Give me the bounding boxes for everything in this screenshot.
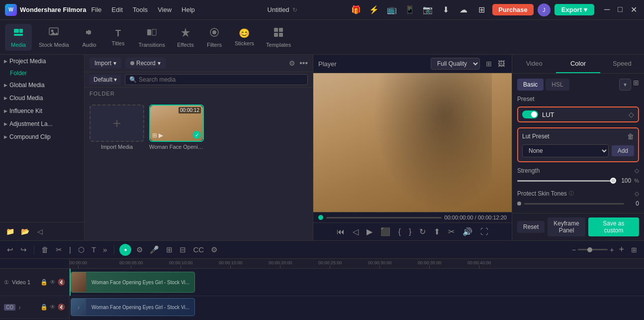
volume-icon[interactable]: 🔊	[460, 225, 475, 238]
audio-clip[interactable]: ♪ Woman Face Opening Eyes Girl - Stock V…	[71, 298, 195, 316]
tl-redo-icon[interactable]: ↪	[18, 244, 29, 255]
import-button[interactable]: Import ▾	[90, 58, 121, 69]
quality-select[interactable]: Full Quality	[431, 58, 480, 70]
import-media-placeholder[interactable]: +	[90, 105, 144, 142]
lut-preset-trash-icon[interactable]: 🗑	[627, 132, 634, 140]
audio-track-eye-icon[interactable]: 👁	[50, 304, 56, 311]
track-lock-icon[interactable]: 🔒	[40, 279, 48, 286]
toolbar-item-media[interactable]: Media	[5, 24, 32, 51]
toolbar-item-stock-media[interactable]: Stock Media	[34, 24, 74, 51]
keyframe-panel-button[interactable]: Keyframe Panel	[548, 217, 585, 236]
export-button[interactable]: Export ▾	[554, 4, 594, 15]
scrubber-track[interactable]	[326, 217, 442, 218]
tl-undo-icon[interactable]: ↩	[5, 244, 15, 255]
tl-filter-icon[interactable]: ⚙	[209, 244, 219, 255]
strength-handle[interactable]	[610, 178, 616, 184]
reset-button[interactable]: Reset	[517, 221, 545, 233]
media-thumbnail[interactable]: 00:00:12 ⊞ ▶ ✓	[149, 105, 204, 142]
color-dropdown[interactable]: ▾	[619, 79, 631, 91]
list-item[interactable]: 00:00:12 ⊞ ▶ ✓ Woman Face Opening...	[149, 105, 204, 235]
toolbar-item-audio[interactable]: Audio	[76, 24, 103, 51]
snapshot-icon[interactable]: 🖼	[496, 59, 507, 69]
new-folder-icon[interactable]: 📂	[19, 225, 31, 237]
sidebar-item-compound-clip[interactable]: ▶ Compound Clip	[0, 130, 84, 143]
frame-back-icon[interactable]: ◁	[350, 225, 361, 238]
menu-tools[interactable]: Tools	[133, 6, 148, 13]
lut-preset-select[interactable]: None	[522, 144, 609, 157]
sidebar-item-global-media[interactable]: ▶ Global Media	[0, 79, 84, 92]
fullscreen-icon[interactable]: ⛶	[478, 226, 491, 238]
list-item[interactable]: + Import Media	[90, 105, 144, 235]
tl-more-icon[interactable]: »	[101, 244, 109, 255]
crop-icon[interactable]: ✂	[446, 225, 457, 238]
tl-detach-icon[interactable]: ⊟	[178, 244, 188, 255]
sidebar-item-adjustment-la[interactable]: ▶ Adjustment La...	[0, 117, 84, 130]
tl-zoom-out-icon[interactable]: −	[572, 246, 576, 254]
video-clip[interactable]: Woman Face Opening Eyes Girl - Stock Vi.…	[71, 272, 195, 293]
purchase-button[interactable]: Purchase	[492, 4, 534, 15]
record-button[interactable]: Record ▾	[125, 58, 166, 69]
tl-zoom-in-icon[interactable]: +	[610, 246, 614, 254]
strength-diamond-icon[interactable]: ◇	[635, 167, 639, 174]
protect-slider[interactable]	[524, 203, 624, 205]
tl-crop-icon[interactable]: ⬡	[76, 244, 87, 255]
tl-add-track-icon[interactable]: +	[617, 243, 626, 256]
audio-track-mute-icon[interactable]: 🔇	[58, 304, 65, 311]
track-eye-icon[interactable]: 👁	[50, 279, 56, 286]
send-to-timeline-icon[interactable]: ⬆	[431, 225, 443, 238]
avatar[interactable]: J	[538, 3, 551, 16]
grid-view-icon[interactable]: ⊞	[484, 59, 494, 69]
strength-slider[interactable]	[517, 180, 613, 182]
default-button[interactable]: Default ▾	[90, 75, 121, 85]
phone-icon[interactable]: 📱	[403, 3, 417, 17]
tl-zoom-bar[interactable]	[578, 249, 608, 250]
menu-help[interactable]: Help	[182, 6, 195, 13]
download-icon[interactable]: ⬇	[439, 3, 453, 17]
toolbar-item-titles[interactable]: T Titles	[105, 25, 132, 49]
sidebar-item-folder[interactable]: Folder	[0, 68, 84, 79]
media-more-icon[interactable]: •••	[299, 59, 308, 68]
tl-settings-icon[interactable]: ⚙	[134, 244, 145, 255]
lut-add-button[interactable]: Add	[612, 145, 634, 156]
cloud-icon[interactable]: ☁	[457, 3, 470, 17]
tab-video[interactable]: Video	[512, 55, 556, 73]
tl-zoom-handle[interactable]	[587, 247, 592, 252]
add-folder-icon[interactable]: 📁	[4, 225, 16, 237]
sidebar-item-cloud-media[interactable]: ▶ Cloud Media	[0, 92, 84, 105]
grid-icon[interactable]: ⊞	[474, 3, 488, 17]
tl-text-icon[interactable]: T	[90, 244, 98, 255]
scrubber-dot[interactable]	[318, 215, 323, 220]
menu-file[interactable]: File	[91, 6, 101, 13]
tl-captions-icon[interactable]: CC	[191, 244, 206, 255]
camera-icon[interactable]: 📷	[421, 3, 435, 17]
color-grid-icon[interactable]: ⊞	[633, 79, 639, 91]
tl-cut-icon[interactable]: ✂	[54, 244, 64, 255]
loop-icon[interactable]: ↻	[417, 225, 428, 238]
gift-icon[interactable]: 🎁	[349, 3, 363, 17]
mark-out-icon[interactable]: }	[406, 226, 414, 238]
player-tab[interactable]: Player	[318, 60, 337, 68]
collapse-icon[interactable]: ◁	[34, 225, 46, 237]
minimize-button[interactable]: ─	[602, 5, 612, 14]
protect-info-icon[interactable]: ⓘ	[569, 190, 574, 197]
toolbar-item-stickers[interactable]: 😊 Stickers	[230, 25, 259, 49]
toolbar-item-transitions[interactable]: Transitions	[134, 24, 170, 51]
tl-voice-icon[interactable]: 🎤	[148, 244, 161, 255]
tl-delete-icon[interactable]: 🗑	[39, 244, 51, 255]
track-mute-icon[interactable]: 🔇	[58, 279, 65, 286]
stop-icon[interactable]: ⬛	[378, 225, 393, 238]
media-filter-icon[interactable]: ⚙	[289, 59, 295, 67]
sidebar-item-project-media[interactable]: ▶ Project Media	[0, 55, 84, 68]
close-button[interactable]: ✕	[629, 5, 639, 14]
toolbar-item-effects[interactable]: Effects	[172, 24, 199, 51]
menu-edit[interactable]: Edit	[111, 6, 122, 13]
save-as-custom-button[interactable]: Save as custom	[588, 217, 639, 236]
audio-track-lock-icon[interactable]: 🔒	[40, 304, 48, 311]
maximize-button[interactable]: □	[616, 5, 625, 14]
play-icon[interactable]: ▶	[364, 225, 375, 238]
search-input[interactable]	[139, 76, 303, 83]
subtab-basic[interactable]: Basic	[517, 79, 544, 91]
flash-icon[interactable]: ⚡	[367, 3, 381, 17]
tl-playhead-indicator[interactable]: ●	[119, 244, 131, 256]
tl-split-icon[interactable]: |	[67, 244, 73, 255]
